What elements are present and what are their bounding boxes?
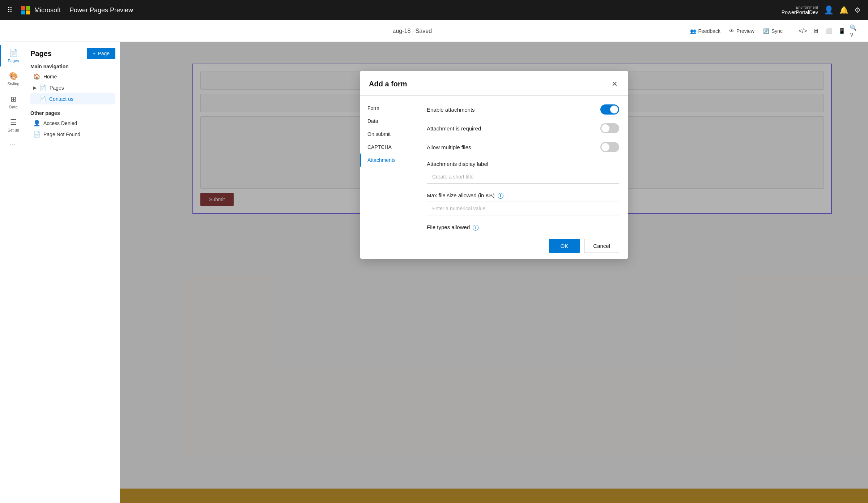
max-file-group: Max file size allowed (in KB) i (427, 192, 619, 215)
display-label-group: Attachments display label (427, 161, 619, 184)
logo-squares (21, 6, 30, 14)
allow-multiple-slider (600, 142, 619, 152)
app-name: Power Pages Preview (69, 7, 133, 14)
cancel-button[interactable]: Cancel (584, 239, 619, 253)
contact-icon: 📄 (39, 95, 46, 102)
modal-nav-onsubmit[interactable]: On submit (360, 128, 418, 141)
enable-attachments-toggle[interactable] (600, 104, 619, 115)
microsoft-logo: Microsoft (21, 6, 61, 14)
max-file-info-icon[interactable]: i (498, 193, 503, 199)
grid-icon[interactable]: ⠿ (7, 6, 13, 14)
env-label: Environment (796, 5, 818, 9)
nav-pages[interactable]: ▶ 📄 Pages (30, 82, 115, 93)
topbar: ⠿ Microsoft Power Pages Preview Environm… (0, 0, 868, 20)
secondbar: aug-18 · Saved 👥 Feedback 👁 Preview 🔄 Sy… (0, 20, 868, 42)
sync-label: Sync (771, 28, 783, 34)
attachment-required-label: Attachment is required (427, 125, 481, 132)
home-icon: 🏠 (33, 73, 41, 80)
file-types-heading: File types allowed i (427, 224, 619, 231)
pages-icon: 📄 (9, 48, 18, 57)
sidebar-item-pages[interactable]: 📄 Pages (0, 45, 26, 66)
microsoft-label: Microsoft (34, 7, 61, 14)
expand-icon: ▶ (33, 85, 37, 90)
nav-contact-us[interactable]: 📄 Contact us (30, 93, 115, 104)
sidebar-styling-label: Styling (7, 82, 19, 86)
access-denied-icon: 👤 (33, 120, 41, 126)
feedback-button[interactable]: 👥 Feedback (690, 28, 720, 34)
display-label-input[interactable] (427, 170, 619, 184)
pages-nav-icon: 📄 (39, 84, 47, 91)
feedback-icon: 👥 (690, 28, 696, 34)
sidebar-pages-label: Pages (8, 59, 19, 63)
desktop-view-icon[interactable]: 🖥 (810, 25, 822, 37)
nav-page-not-found-label: Page Not Found (43, 132, 80, 137)
enable-attachments-row: Enable attachments (427, 104, 619, 115)
sidebar: 📄 Pages 🎨 Styling ⊞ Data ☰ Set up ··· (0, 42, 26, 503)
file-types-info-icon[interactable]: i (473, 225, 478, 231)
settings-icon[interactable]: ⚙ (854, 6, 861, 14)
modal-nav-attachments[interactable]: Attachments (360, 154, 418, 167)
env-name: PowerPortalDev (782, 9, 818, 15)
sync-button[interactable]: 🔄 Sync (763, 28, 783, 34)
sidebar-more-icon[interactable]: ··· (10, 140, 16, 149)
view-icons: </> 🖥 ⬜ 📱 🔍 ∨ (797, 25, 861, 37)
display-label-heading: Attachments display label (427, 161, 619, 167)
pages-panel: Pages + Page Main navigation 🏠 Home ▶ 📄 … (26, 42, 120, 503)
nav-home[interactable]: 🏠 Home (30, 71, 115, 82)
preview-label: Preview (736, 28, 754, 34)
enable-attachments-slider (600, 104, 619, 115)
modal-footer: OK Cancel (360, 233, 628, 259)
zoom-icon[interactable]: 🔍 ∨ (849, 25, 861, 37)
modal-nav-captcha[interactable]: CAPTCHA (360, 141, 418, 154)
modal-title: Add a form (369, 80, 407, 88)
max-file-input[interactable] (427, 202, 619, 215)
sidebar-item-setup[interactable]: ☰ Set up (0, 114, 26, 136)
modal-nav-form[interactable]: Form (360, 102, 418, 115)
sidebar-setup-label: Set up (8, 128, 19, 132)
mobile-view-icon[interactable]: 📱 (836, 25, 848, 37)
ok-button[interactable]: OK (549, 239, 580, 253)
add-page-button[interactable]: + Page (87, 48, 115, 59)
content-area: Submit + Add a form ✕ Form Data On submi… (120, 42, 868, 503)
attachment-required-slider (600, 123, 619, 133)
code-view-icon[interactable]: </> (797, 25, 809, 37)
add-page-label: Page (98, 51, 110, 56)
allow-multiple-toggle[interactable] (600, 142, 619, 152)
modal-nav: Form Data On submit CAPTCHA Attachments (360, 96, 418, 233)
nav-page-not-found[interactable]: 📄 Page Not Found (30, 129, 115, 140)
max-file-heading: Max file size allowed (in KB) i (427, 192, 619, 199)
enable-attachments-label: Enable attachments (427, 107, 475, 113)
nav-access-denied-label: Access Denied (43, 120, 77, 126)
sync-icon: 🔄 (763, 28, 769, 34)
sidebar-data-label: Data (9, 105, 17, 109)
secondbar-actions: 👥 Feedback 👁 Preview 🔄 Sync </> 🖥 ⬜ 📱 🔍 … (690, 25, 861, 37)
sidebar-item-styling[interactable]: 🎨 Styling (0, 68, 26, 90)
file-types-group: File types allowed i (427, 224, 619, 231)
bell-icon[interactable]: 🔔 (839, 6, 848, 14)
sidebar-item-data[interactable]: ⊞ Data (0, 91, 26, 113)
preview-icon: 👁 (729, 28, 734, 34)
attachment-required-toggle[interactable] (600, 123, 619, 133)
modal-header: Add a form ✕ (360, 71, 628, 96)
modal-nav-data[interactable]: Data (360, 115, 418, 128)
page-not-found-icon: 📄 (33, 131, 41, 138)
pages-panel-header: Pages + Page (30, 48, 115, 59)
pages-panel-title: Pages (30, 50, 52, 58)
preview-button[interactable]: 👁 Preview (729, 28, 754, 34)
allow-multiple-label: Allow multiple files (427, 144, 471, 150)
person-icon[interactable]: 👤 (824, 5, 834, 15)
data-icon: ⊞ (10, 95, 17, 103)
setup-icon: ☰ (10, 118, 17, 126)
save-status: aug-18 · Saved (393, 28, 432, 34)
nav-access-denied[interactable]: 👤 Access Denied (30, 117, 115, 129)
nav-home-label: Home (43, 74, 57, 79)
add-icon: + (93, 51, 95, 56)
modal-overlay: Add a form ✕ Form Data On submit CAPTCHA… (120, 42, 868, 503)
attachment-required-row: Attachment is required (427, 123, 619, 133)
modal-close-button[interactable]: ✕ (610, 78, 619, 90)
tablet-view-icon[interactable]: ⬜ (823, 25, 835, 37)
environment-info: Environment PowerPortalDev (782, 5, 818, 15)
main-layout: 📄 Pages 🎨 Styling ⊞ Data ☰ Set up ··· Pa… (0, 42, 868, 503)
feedback-label: Feedback (698, 28, 720, 34)
other-pages-label: Other pages (30, 110, 115, 116)
